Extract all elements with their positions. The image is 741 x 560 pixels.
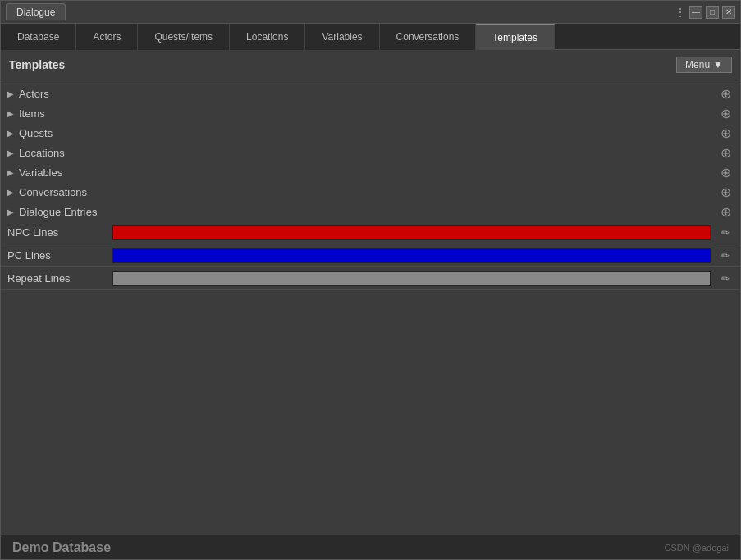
content-area: Templates Menu ▼ ▶ Actors ⊕ ▶ Items ⊕ ▶ … [1, 50, 740, 535]
tree-arrow-icon: ▶ [7, 188, 19, 197]
color-row-repeat-lines[interactable]: Repeat Lines ✏ [1, 267, 740, 290]
add-items-button[interactable]: ⊕ [717, 105, 734, 121]
window-controls: ⋮ — □ ✕ [675, 6, 735, 19]
maximize-button[interactable]: □ [706, 6, 719, 19]
tree-arrow-icon: ▶ [7, 109, 19, 118]
tree-item-label: Dialogue Entries [19, 206, 717, 218]
footer-credit: CSDN @adogai [665, 543, 729, 553]
add-actors-button[interactable]: ⊕ [717, 85, 734, 102]
pc-lines-label: PC Lines [7, 249, 106, 262]
repeat-lines-color-bar[interactable] [112, 271, 711, 286]
window-more-icon[interactable]: ⋮ [675, 6, 686, 19]
main-window: Dialogue ⋮ — □ ✕ Database Actors Quests/… [0, 0, 741, 560]
pc-lines-color-bar[interactable] [112, 248, 711, 263]
window-title: Dialogue [6, 3, 66, 20]
tree-item-label: Locations [19, 147, 717, 159]
section-header: Templates Menu ▼ [1, 50, 740, 80]
repeat-lines-label: Repeat Lines [7, 272, 106, 285]
add-variables-button[interactable]: ⊕ [717, 164, 734, 180]
section-title: Templates [9, 58, 65, 71]
tree-item-quests[interactable]: ▶ Quests ⊕ [1, 123, 740, 143]
title-bar-left: Dialogue [6, 3, 66, 20]
tree-item-dialogue-entries[interactable]: ▶ Dialogue Entries ⊕ [1, 202, 740, 221]
npc-lines-edit-icon[interactable]: ✏ [717, 225, 734, 241]
tree-arrow-icon: ▶ [7, 168, 19, 177]
tab-locations[interactable]: Locations [230, 24, 305, 50]
footer-db-label: Demo Database [12, 540, 111, 555]
tree-item-label: Actors [19, 88, 717, 100]
tree-arrow-icon: ▶ [7, 89, 19, 98]
add-conversations-button[interactable]: ⊕ [717, 184, 734, 200]
tree-item-conversations[interactable]: ▶ Conversations ⊕ [1, 182, 740, 202]
npc-lines-label: NPC Lines [7, 226, 106, 239]
tree-item-label: Quests [19, 127, 717, 139]
footer: Demo Database CSDN @adogai [1, 535, 740, 559]
close-button[interactable]: ✕ [722, 6, 735, 19]
tree-item-label: Variables [19, 166, 717, 179]
color-row-npc-lines[interactable]: NPC Lines ✏ [1, 221, 740, 244]
tab-bar: Database Actors Quests/Items Locations V… [1, 24, 740, 50]
tree-arrow-icon: ▶ [7, 129, 19, 138]
repeat-lines-bar-container [112, 271, 711, 287]
menu-arrow-icon: ▼ [713, 59, 723, 71]
pc-lines-bar-container [112, 248, 711, 264]
npc-lines-color-bar[interactable] [112, 225, 711, 240]
add-dialogue-entries-button[interactable]: ⊕ [717, 203, 734, 220]
tab-conversations[interactable]: Conversations [380, 24, 477, 50]
tab-variables[interactable]: Variables [305, 24, 379, 50]
tree-item-locations[interactable]: ▶ Locations ⊕ [1, 143, 740, 162]
tree-arrow-icon: ▶ [7, 148, 19, 157]
menu-button[interactable]: Menu ▼ [676, 57, 732, 73]
tree-item-variables[interactable]: ▶ Variables ⊕ [1, 162, 740, 182]
tree-item-items[interactable]: ▶ Items ⊕ [1, 103, 740, 123]
tab-database[interactable]: Database [1, 24, 76, 50]
tree-arrow-icon: ▶ [7, 207, 19, 216]
minimize-button[interactable]: — [689, 6, 702, 19]
tab-actors[interactable]: Actors [76, 24, 138, 50]
repeat-lines-edit-icon[interactable]: ✏ [717, 271, 734, 287]
tree-list: ▶ Actors ⊕ ▶ Items ⊕ ▶ Quests ⊕ ▶ Locati… [1, 80, 740, 535]
color-row-pc-lines[interactable]: PC Lines ✏ [1, 244, 740, 267]
npc-lines-bar-container [112, 225, 711, 241]
tree-item-label: Conversations [19, 186, 717, 198]
tree-item-label: Items [19, 107, 717, 120]
tab-templates[interactable]: Templates [476, 24, 555, 50]
add-quests-button[interactable]: ⊕ [717, 125, 734, 141]
title-bar: Dialogue ⋮ — □ ✕ [1, 1, 740, 24]
pc-lines-edit-icon[interactable]: ✏ [717, 248, 734, 264]
add-locations-button[interactable]: ⊕ [717, 144, 734, 161]
tab-quests-items[interactable]: Quests/Items [138, 24, 230, 50]
tree-item-actors[interactable]: ▶ Actors ⊕ [1, 84, 740, 103]
